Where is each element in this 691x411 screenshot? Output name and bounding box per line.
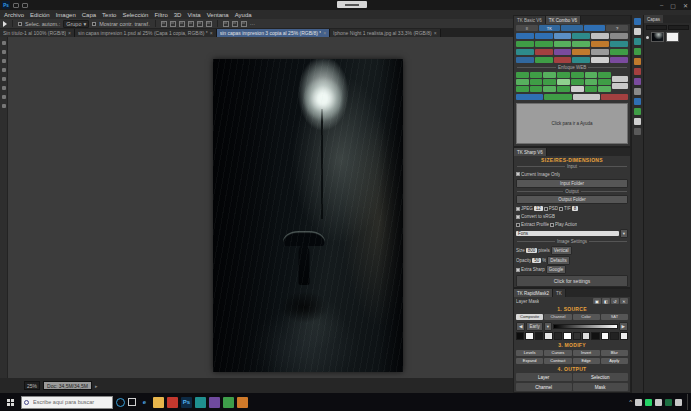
- mask-preview-key[interactable]: [525, 332, 533, 340]
- tk-panel-button[interactable]: [516, 41, 534, 47]
- web-sharpen-button[interactable]: [516, 86, 529, 92]
- mask-preview-key[interactable]: [563, 332, 571, 340]
- output-folder-button[interactable]: Output Folder: [516, 195, 628, 204]
- help-link-box[interactable]: Click para ir a Ayuda: [516, 103, 628, 144]
- mask-tool-icon[interactable]: ✕: [620, 298, 628, 304]
- opacity-field[interactable]: 50: [532, 258, 541, 263]
- layer-thumbnail[interactable]: [651, 32, 664, 42]
- mask-preview-key[interactable]: [582, 332, 590, 340]
- tab-tk-basic[interactable]: TK Basic V6: [514, 16, 546, 24]
- jpeg-quality-field[interactable]: 12: [534, 206, 543, 211]
- tk-panel-button[interactable]: [601, 94, 628, 100]
- tray-icon[interactable]: [645, 399, 652, 406]
- source-button[interactable]: SAT: [601, 314, 628, 320]
- canvas-pasteboard[interactable]: [8, 37, 513, 378]
- web-sharpen-button[interactable]: [557, 79, 570, 85]
- modify-button[interactable]: Invert: [573, 350, 600, 356]
- show-desktop-button[interactable]: [687, 394, 689, 410]
- tray-icon[interactable]: [655, 399, 662, 406]
- tk-panel-button[interactable]: [584, 25, 606, 31]
- task-view-icon[interactable]: [128, 398, 136, 406]
- document-tab[interactable]: Iphone Night 1 realista.jpg al 33,3% (RG…: [330, 29, 441, 37]
- web-sharpen-button[interactable]: [598, 72, 611, 78]
- tif-checkbox[interactable]: [559, 207, 563, 211]
- prev-mask-icon[interactable]: ◀: [516, 322, 525, 331]
- extra-sharp-checkbox[interactable]: [516, 268, 520, 272]
- layer-mask-thumbnail[interactable]: [666, 32, 679, 42]
- tab-tk[interactable]: TK: [553, 289, 566, 297]
- chevron-up-icon[interactable]: ^: [629, 399, 632, 405]
- tray-icon[interactable]: [665, 399, 672, 406]
- web-sharpen-button[interactable]: [516, 72, 529, 78]
- menu-item[interactable]: Vista: [187, 12, 200, 18]
- mask-dropdown[interactable]: Early: [526, 322, 542, 331]
- web-sharpen-side-button[interactable]: [612, 83, 628, 89]
- mask-preview-key[interactable]: [620, 332, 628, 340]
- tif-quality-field[interactable]: 8: [572, 206, 579, 211]
- web-sharpen-button[interactable]: [543, 72, 556, 78]
- menu-item[interactable]: Archivo: [4, 12, 24, 18]
- web-sharpen-button[interactable]: [557, 86, 570, 92]
- panel-dock-icon[interactable]: [634, 128, 641, 135]
- blend-mode-dropdown[interactable]: [646, 25, 667, 30]
- tool-icon[interactable]: [2, 41, 6, 45]
- tk-panel-button[interactable]: [516, 49, 534, 55]
- cortana-icon[interactable]: [116, 398, 125, 407]
- titlebar-search[interactable]: [337, 1, 367, 8]
- tk-panel-button[interactable]: [554, 41, 572, 47]
- mask-tool-icon[interactable]: ◧: [602, 298, 610, 304]
- web-sharpen-button[interactable]: [571, 79, 584, 85]
- tk-panel-button[interactable]: [572, 41, 590, 47]
- show-transform-checkbox[interactable]: [92, 22, 96, 26]
- tool-icon[interactable]: [2, 59, 6, 63]
- modify-button[interactable]: Blur: [601, 350, 628, 356]
- close-icon[interactable]: ×: [323, 30, 326, 36]
- source-button[interactable]: Composite: [516, 314, 543, 320]
- panel-dock-icon[interactable]: [634, 78, 641, 85]
- document-tab[interactable]: Sin título-1 al 100% (RGB/8) ×: [0, 29, 75, 37]
- tk-panel-button[interactable]: [516, 94, 543, 100]
- tk-panel-button[interactable]: [610, 41, 628, 47]
- tk-panel-button[interactable]: [535, 57, 553, 63]
- panel-dock-icon[interactable]: [634, 88, 641, 95]
- tk-panel-button[interactable]: [554, 33, 572, 39]
- web-sharpen-button[interactable]: [543, 86, 556, 92]
- panel-dock-icon[interactable]: [634, 28, 641, 35]
- minimize-button[interactable]: –: [660, 2, 663, 8]
- menu-item[interactable]: Filtro: [154, 12, 167, 18]
- tool-icon[interactable]: [2, 86, 6, 90]
- taskbar-app-icon[interactable]: Ps: [181, 397, 192, 408]
- close-button[interactable]: ✕: [683, 2, 688, 9]
- close-icon[interactable]: ×: [210, 30, 213, 36]
- tk-panel-button[interactable]: ≡: [516, 25, 538, 31]
- vertical-button[interactable]: Vertical: [551, 246, 572, 255]
- web-sharpen-button[interactable]: [585, 79, 598, 85]
- tk-panel-button[interactable]: [554, 57, 572, 63]
- web-sharpen-button[interactable]: [543, 79, 556, 85]
- tk-panel-button[interactable]: [535, 49, 553, 55]
- modify-button[interactable]: Curves: [544, 350, 571, 356]
- tk-panel-button[interactable]: ?: [606, 25, 628, 31]
- mask-preview-key[interactable]: [516, 332, 524, 340]
- tk-panel-button[interactable]: [573, 94, 600, 100]
- web-sharpen-button[interactable]: [598, 79, 611, 85]
- web-sharpen-button[interactable]: [571, 86, 584, 92]
- size-field[interactable]: 800: [526, 248, 538, 253]
- document-tab[interactable]: sin capas impresion 3 copia al 25% (RGB/…: [217, 29, 330, 37]
- auto-select-checkbox[interactable]: [18, 22, 22, 26]
- titlebar-widget-icon[interactable]: [13, 3, 19, 8]
- modify-button[interactable]: Apply: [601, 358, 628, 364]
- web-sharpen-button[interactable]: [516, 79, 529, 85]
- menu-item[interactable]: Imagen: [56, 12, 76, 18]
- tk-panel-button[interactable]: [516, 33, 534, 39]
- layer-row[interactable]: [646, 32, 689, 42]
- tk-panel-button[interactable]: [561, 25, 583, 31]
- click-for-settings-button[interactable]: Click for settings: [516, 275, 628, 287]
- play-action-checkbox[interactable]: [550, 223, 554, 227]
- mask-preview-key[interactable]: [554, 332, 562, 340]
- more-options-icon[interactable]: ···: [250, 21, 256, 27]
- tk-panel-button[interactable]: [572, 57, 590, 63]
- web-sharpen-button[interactable]: [585, 86, 598, 92]
- mask-preview-key[interactable]: [573, 332, 581, 340]
- auto-select-dropdown[interactable]: Grupo ▾: [63, 20, 89, 28]
